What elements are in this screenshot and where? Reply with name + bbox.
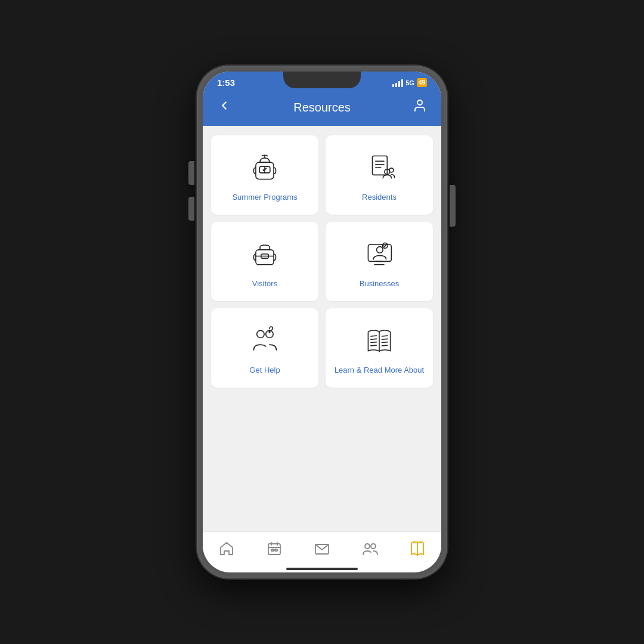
svg-line-24 [371, 342, 377, 342]
visitor-bag-icon [244, 236, 286, 272]
people-question-icon [244, 323, 286, 358]
svg-point-9 [389, 168, 394, 172]
grid-row-3: Get Help [211, 308, 433, 388]
residents-label: Residents [362, 193, 397, 203]
svg-point-37 [365, 544, 370, 549]
nav-calendar[interactable] [260, 538, 289, 559]
svg-point-18 [257, 330, 264, 338]
nav-mail[interactable] [308, 538, 336, 559]
phone-frame: 1:53 5G 49 Resources [197, 66, 447, 578]
businesses-label: Businesses [360, 279, 399, 289]
svg-line-27 [382, 339, 388, 339]
card-businesses[interactable]: Businesses [326, 222, 433, 301]
phone-notch [283, 72, 361, 88]
svg-point-0 [417, 100, 422, 105]
grid-row-1: Summer Programs [211, 135, 433, 215]
grid-row-2: Visitors [211, 222, 433, 301]
svg-line-22 [371, 336, 377, 336]
phone-screen: 1:53 5G 49 Resources [203, 72, 441, 572]
open-book-icon [358, 323, 400, 358]
svg-line-29 [382, 345, 388, 346]
svg-point-16 [377, 246, 383, 253]
learn-read-label: Learn & Read More About [335, 366, 424, 376]
svg-rect-35 [275, 549, 277, 551]
nav-resources[interactable] [403, 538, 432, 559]
status-time: 1:53 [217, 78, 235, 88]
network-badge: 5G [405, 79, 414, 86]
summer-programs-label: Summer Programs [232, 193, 297, 203]
svg-line-28 [382, 342, 388, 342]
profile-button[interactable] [410, 98, 429, 116]
status-icons: 5G 49 [392, 78, 427, 87]
backpack-icon [244, 150, 286, 185]
svg-point-38 [371, 544, 376, 549]
back-button[interactable] [215, 99, 234, 116]
svg-line-26 [382, 336, 388, 336]
svg-line-25 [371, 345, 377, 346]
svg-line-23 [371, 339, 377, 339]
signal-icon [392, 79, 403, 87]
card-get-help[interactable]: Get Help [211, 308, 318, 388]
monitor-person-icon [358, 236, 400, 272]
document-list-icon [358, 150, 400, 185]
bottom-nav [203, 531, 441, 563]
svg-rect-30 [268, 544, 280, 555]
home-indicator [286, 568, 358, 570]
app-header: Resources [203, 91, 441, 126]
svg-point-20 [269, 332, 270, 333]
main-content: Summer Programs [203, 126, 441, 531]
visitors-label: Visitors [252, 279, 277, 289]
page-title: Resources [293, 101, 351, 114]
card-summer-programs[interactable]: Summer Programs [211, 135, 318, 215]
nav-community[interactable] [355, 538, 384, 559]
card-residents[interactable]: Residents [326, 135, 433, 215]
card-learn-read[interactable]: Learn & Read More About [326, 308, 433, 388]
get-help-label: Get Help [249, 366, 280, 376]
card-visitors[interactable]: Visitors [211, 222, 318, 301]
svg-rect-34 [271, 549, 274, 551]
svg-rect-10 [256, 250, 274, 265]
nav-home[interactable] [212, 538, 241, 559]
battery-icon: 49 [417, 78, 427, 87]
